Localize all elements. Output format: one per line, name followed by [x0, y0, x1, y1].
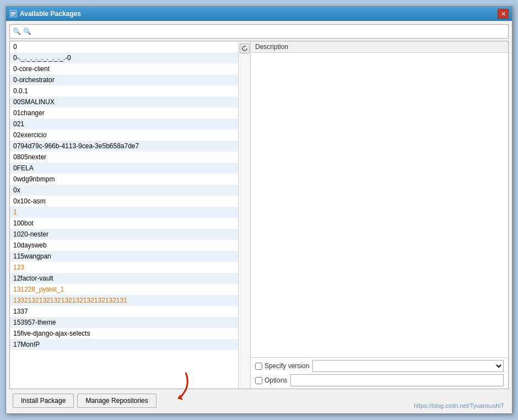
package-item[interactable]: 100bot — [10, 218, 238, 229]
right-panel: Description Specify version — [251, 41, 508, 389]
search-icon: 🔍 — [13, 28, 21, 35]
package-item[interactable]: 15five-django-ajax-selects — [10, 328, 238, 339]
package-item[interactable]: 0wdg9nbmpm — [10, 174, 238, 185]
install-package-button[interactable]: Install Package — [13, 394, 74, 408]
refresh-button[interactable] — [240, 44, 250, 53]
search-bar: 🔍 — [9, 24, 509, 39]
package-item[interactable]: 1332132132132132132132132132131 — [10, 295, 238, 306]
description-header: Description — [251, 41, 508, 53]
package-item[interactable]: 0 — [10, 41, 238, 52]
package-item[interactable]: 0x10c-asm — [10, 196, 238, 207]
watermark: https://blog.csdn.net/TyuansushiT — [414, 402, 504, 409]
options-checkbox[interactable] — [255, 377, 262, 384]
package-item[interactable]: 0-core-client — [10, 63, 238, 74]
specify-version-row: Specify version — [255, 360, 504, 372]
manage-repositories-button[interactable]: Manage Repositories — [77, 394, 156, 408]
close-button[interactable]: ✕ — [498, 9, 509, 19]
package-item[interactable]: 0-._._._._._._._._.-0 — [10, 52, 238, 63]
main-window: Available Packages ✕ 🔍 00-._._._._._._._… — [6, 6, 512, 414]
window-title: Available Packages — [20, 10, 498, 18]
package-item[interactable]: 1337 — [10, 306, 238, 317]
package-item[interactable]: 1020-nester — [10, 229, 238, 240]
specify-version-label: Specify version — [255, 362, 309, 370]
specify-version-checkbox[interactable] — [255, 363, 262, 370]
version-select[interactable] — [312, 360, 504, 372]
window-body: 🔍 00-._._._._._._._._.-00-core-client0-o… — [6, 21, 512, 413]
app-icon — [9, 10, 17, 18]
package-item[interactable]: 12factor-vault — [10, 273, 238, 284]
package-item[interactable]: 0794d79c-966b-4113-9cea-3e5b658a7de7 — [10, 141, 238, 152]
package-item[interactable]: 0-orchestrator — [10, 74, 238, 85]
svg-rect-1 — [11, 12, 15, 13]
search-input[interactable] — [23, 28, 505, 35]
package-item[interactable]: 021 — [10, 119, 238, 130]
package-item[interactable]: 0x — [10, 185, 238, 196]
package-item[interactable]: 123 — [10, 262, 238, 273]
package-item[interactable]: 0.0.1 — [10, 85, 238, 96]
package-item[interactable]: 153957-theme — [10, 317, 238, 328]
package-item[interactable]: 10daysweb — [10, 240, 238, 251]
svg-marker-4 — [177, 395, 183, 400]
divider-column — [239, 41, 251, 389]
package-item[interactable]: 00SMALINUX — [10, 96, 238, 107]
package-list[interactable]: 00-._._._._._._._._.-00-core-client0-orc… — [10, 41, 239, 389]
package-item[interactable]: 0805nexter — [10, 152, 238, 163]
package-item[interactable]: 02exercicio — [10, 130, 238, 141]
package-item[interactable]: 0FELA — [10, 163, 238, 174]
main-area: 00-._._._._._._._._.-00-core-client0-orc… — [9, 41, 509, 389]
package-item[interactable]: 115wangpan — [10, 251, 238, 262]
package-item[interactable]: 17MonIP — [10, 339, 238, 350]
package-item[interactable]: 01changer — [10, 107, 238, 119]
options-input[interactable] — [290, 374, 504, 386]
title-bar: Available Packages ✕ — [6, 7, 512, 21]
options-area: Specify version Options — [251, 357, 508, 389]
options-label: Options — [255, 376, 287, 384]
description-body — [251, 53, 508, 357]
options-row: Options — [255, 374, 504, 386]
bottom-bar: Install Package Manage Repositories http… — [9, 391, 509, 410]
svg-rect-2 — [11, 14, 15, 15]
package-item[interactable]: 1 — [10, 207, 238, 218]
package-item[interactable]: 131228_pytest_1 — [10, 284, 238, 295]
svg-rect-3 — [11, 15, 14, 16]
